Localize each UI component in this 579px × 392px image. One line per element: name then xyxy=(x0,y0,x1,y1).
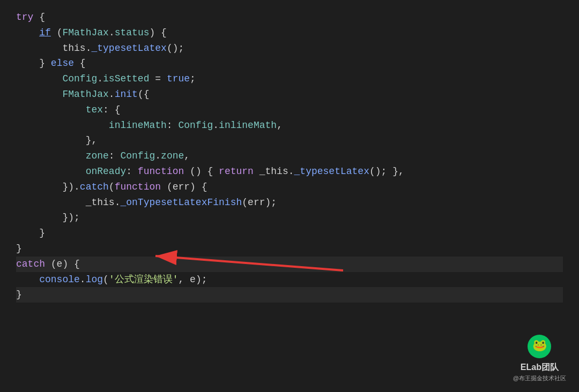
watermark-sub: @布王掘金技术社区 xyxy=(513,374,566,383)
code-line-5: Config.isSetted = true; xyxy=(16,71,563,87)
code-line-8: inlineMath: Config.inlineMath, xyxy=(16,118,563,133)
code-line-7: tex: { xyxy=(16,102,563,118)
watermark-icon: 🐸 xyxy=(532,337,547,356)
code-block: try { if (FMathJax.status) { this._types… xyxy=(0,0,579,312)
code-line-16: } xyxy=(16,241,563,257)
code-line-13: _this._onTypesetLatexFinish(err); xyxy=(16,195,563,210)
watermark: 🐸 ELab团队 @布王掘金技术社区 xyxy=(513,335,566,383)
code-line-11: onReady: function () { return _this._typ… xyxy=(16,164,563,179)
code-line-19: } xyxy=(16,287,563,303)
watermark-brand: ELab团队 xyxy=(521,360,559,374)
code-line-17: catch (e) { xyxy=(16,257,563,272)
code-line-6: FMathJax.init({ xyxy=(16,87,563,102)
code-line-10: zone: Config.zone, xyxy=(16,148,563,164)
code-line-9: }, xyxy=(16,133,563,148)
code-line-1: try { xyxy=(16,10,563,25)
code-line-2: if (FMathJax.status) { xyxy=(16,25,563,41)
watermark-logo: 🐸 xyxy=(528,335,551,358)
code-line-12: }).catch(function (err) { xyxy=(16,179,563,195)
code-line-4: } else { xyxy=(16,56,563,71)
code-line-15: } xyxy=(16,225,563,241)
code-line-3: this._typesetLatex(); xyxy=(16,41,563,56)
code-line-14: }); xyxy=(16,210,563,225)
code-line-18: console.log('公式渲染错误', e); xyxy=(16,272,563,288)
